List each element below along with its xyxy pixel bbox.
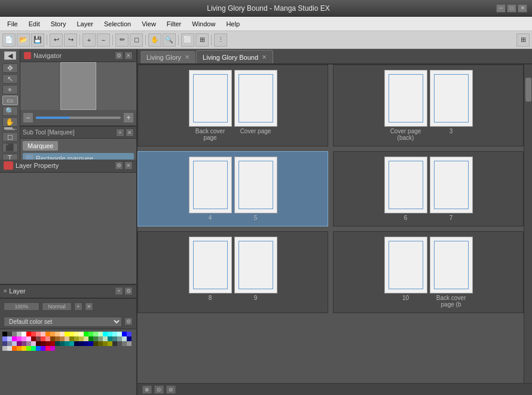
sub-tool-del-btn[interactable]: ✕ [126, 128, 134, 137]
layer-del[interactable]: ✕ [85, 302, 93, 311]
color-swatch[interactable] [45, 336, 50, 341]
color-swatch[interactable] [74, 332, 79, 336]
color-swatch[interactable] [41, 341, 45, 346]
color-swatch[interactable] [12, 332, 17, 336]
color-swatch[interactable] [88, 341, 93, 346]
color-swatch[interactable] [117, 336, 122, 341]
color-swatch[interactable] [31, 332, 36, 336]
nav-settings-btn[interactable]: ⚙ [115, 51, 123, 60]
color-swatch[interactable] [108, 341, 112, 346]
color-swatch[interactable] [17, 332, 22, 336]
color-swatch[interactable] [103, 341, 108, 346]
color-swatch[interactable] [12, 346, 17, 351]
color-swatch[interactable] [122, 332, 127, 336]
color-swatch[interactable] [74, 336, 79, 341]
color-swatch[interactable] [36, 332, 41, 336]
color-swatch[interactable] [2, 332, 7, 336]
undo-button[interactable]: ↩ [50, 33, 63, 47]
save-button[interactable]: 💾 [31, 33, 44, 47]
pointer-tool[interactable]: ↖ [2, 74, 18, 84]
collapse-left-btn[interactable]: ◀ [4, 51, 16, 60]
color-swatch[interactable] [45, 332, 50, 336]
color-swatch[interactable] [88, 336, 93, 341]
new-button[interactable]: 📄 [2, 33, 16, 47]
color-swatch[interactable] [26, 341, 31, 346]
color-swatch[interactable] [60, 336, 65, 341]
color-swatch[interactable] [2, 336, 7, 341]
select-tool[interactable]: ▭ [2, 96, 18, 105]
page-thumb-10[interactable] [384, 237, 427, 293]
color-swatch[interactable] [7, 332, 12, 336]
color-swatch[interactable] [17, 341, 22, 346]
color-swatch[interactable] [26, 346, 31, 351]
brush-tool[interactable]: ✏ [115, 33, 129, 47]
status-icon-2[interactable]: ⊙ [154, 385, 164, 394]
color-swatch[interactable] [50, 341, 55, 346]
color-swatch[interactable] [98, 341, 103, 346]
tab-living-glory-bound-close[interactable]: ✕ [262, 54, 267, 60]
color-swatch[interactable] [112, 341, 117, 346]
eraser-tool-icon[interactable]: ◻ [2, 132, 18, 142]
color-swatch[interactable] [50, 346, 55, 351]
color-swatch[interactable] [45, 341, 50, 346]
color-swatch[interactable] [69, 341, 74, 346]
color-swatch[interactable] [65, 341, 69, 346]
color-swatch[interactable] [127, 341, 132, 346]
color-swatch[interactable] [69, 332, 74, 336]
color-set-select[interactable]: Default color set [4, 317, 122, 327]
page-thumb-8[interactable] [189, 237, 232, 293]
color-swatch[interactable] [45, 346, 50, 351]
color-swatch[interactable] [60, 332, 65, 336]
color-swatch[interactable] [112, 332, 117, 336]
color-swatch[interactable] [69, 336, 74, 341]
grid-btn[interactable]: ⋮ [214, 33, 227, 47]
color-swatch[interactable] [84, 341, 88, 346]
scroll-thumb[interactable] [525, 78, 531, 102]
color-swatch[interactable] [60, 341, 65, 346]
color-swatch[interactable] [31, 341, 36, 346]
color-swatch[interactable] [2, 346, 7, 351]
redo-button[interactable]: ↪ [64, 33, 77, 47]
color-swatch[interactable] [17, 336, 22, 341]
color-swatch[interactable] [50, 332, 55, 336]
color-swatch[interactable] [36, 346, 41, 351]
maximize-button[interactable]: □ [507, 4, 516, 13]
page-thumb-Cover page (back)[interactable] [384, 70, 427, 127]
color-swatch[interactable] [84, 336, 88, 341]
menu-item-file[interactable]: File [2, 19, 23, 29]
color-swatch[interactable] [98, 332, 103, 336]
color-swatch[interactable] [22, 341, 26, 346]
color-swatch[interactable] [93, 341, 98, 346]
color-swatch[interactable] [26, 336, 31, 341]
tab-living-glory[interactable]: Living Glory ✕ [140, 50, 196, 63]
color-swatch[interactable] [55, 341, 60, 346]
color-swatch[interactable] [117, 332, 122, 336]
color-swatch[interactable] [31, 346, 36, 351]
nav-zoom-slider[interactable] [36, 117, 121, 119]
menu-item-filter[interactable]: Filter [162, 19, 186, 29]
color-swatch[interactable] [98, 336, 103, 341]
color-swatch[interactable] [22, 336, 26, 341]
menu-item-view[interactable]: View [137, 19, 161, 29]
zoom-tool[interactable]: 🔍 [163, 33, 176, 47]
status-icon-1[interactable]: ⊕ [142, 385, 152, 394]
spread-spread-1[interactable]: Back cover pageCover page [137, 65, 328, 146]
nav-zoom-in[interactable]: + [123, 112, 134, 123]
hand-tool[interactable]: ✋ [148, 33, 161, 47]
color-swatch[interactable] [36, 336, 41, 341]
rectangle-marquee-item[interactable]: Rectangle marquee [23, 153, 134, 160]
color-swatch[interactable] [103, 332, 108, 336]
color-swatch[interactable] [122, 336, 127, 341]
color-swatch[interactable] [41, 332, 45, 336]
nav-close-btn[interactable]: ✕ [124, 51, 133, 60]
page-thumb-Back cover page (b[interactable] [430, 237, 473, 293]
color-swatch[interactable] [65, 336, 69, 341]
color-swatch[interactable] [93, 332, 98, 336]
spread-spread-4[interactable]: 67 [333, 151, 524, 226]
color-swatch[interactable] [93, 336, 98, 341]
color-swatch[interactable] [55, 336, 60, 341]
color-swatch[interactable] [41, 336, 45, 341]
color-swatch[interactable] [17, 346, 22, 351]
zoom-out-button[interactable]: − [97, 33, 110, 47]
tab-living-glory-bound[interactable]: Living Glory Bound ✕ [196, 50, 273, 63]
